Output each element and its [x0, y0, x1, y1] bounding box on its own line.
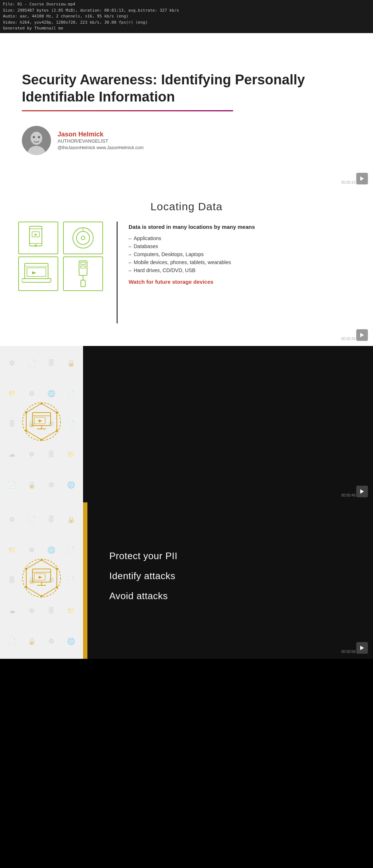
slide-title-timestamp: 00:00:16	[341, 180, 356, 184]
slide-locating-play-button[interactable]	[356, 329, 368, 341]
file-info-line5: Generated by Thumbnail me	[3, 25, 370, 32]
svg-point-51	[25, 586, 27, 588]
play-icon	[360, 489, 364, 494]
svg-point-52	[25, 568, 27, 570]
svg-marker-10	[35, 234, 38, 236]
author-avatar	[22, 126, 51, 155]
file-info-line3: Audio: aac, 44100 Hz, 2 channels, s16, 9…	[3, 13, 370, 20]
slide-dark-text-timestamp: 00:00:58	[341, 650, 356, 654]
locating-text-col: Data is stored in many locations by many…	[129, 222, 355, 285]
dark-bg-right	[83, 346, 373, 502]
svg-point-4	[38, 136, 40, 138]
bullet-item-1: Applications	[129, 234, 355, 242]
svg-point-38	[25, 411, 27, 414]
bullet-item-2: Databases	[129, 242, 355, 250]
author-info: Jason Helmick AUTHOR/EVANGELIST @theJaso…	[58, 131, 144, 150]
svg-marker-40	[26, 560, 57, 596]
svg-point-49	[56, 586, 58, 588]
author-role: AUTHOR/EVANGELIST	[58, 138, 144, 144]
accent-bar	[83, 502, 87, 659]
svg-rect-24	[81, 280, 85, 287]
locating-bullets: Applications Databases Computers, Deskto…	[129, 234, 355, 274]
svg-point-12	[76, 231, 90, 244]
watch-text: Watch for future storage devices	[129, 279, 355, 285]
svg-point-1	[31, 132, 42, 145]
author-row: Jason Helmick AUTHOR/EVANGELIST @theJaso…	[22, 126, 351, 155]
file-info-bar: File: 01 - Course Overview.mp4 Size: 298…	[0, 0, 373, 33]
play-icon	[360, 333, 364, 337]
laptop-icon-box	[18, 256, 58, 291]
dark-bg-left: ⚙ 📄 🗄 🔒 📁 ⚙ 🌐 📄 🗄 🔒 ⚙ 📄 ☁ ⚙ 🗄 📁 📄 🔒 ⚙ 🌐	[0, 346, 83, 502]
center-hex-icon	[20, 400, 63, 449]
locating-content: Data is stored in many locations by many…	[18, 222, 355, 323]
svg-rect-21	[81, 262, 86, 264]
slide-dark-bg-panel: ⚙ 📄 🗄 🔒 📁 ⚙ 🌐 📄 🗄 🔒 ⚙ 📄 ☁ ⚙ 🗄 📁 📄 🔒 ⚙ 🌐	[0, 346, 373, 502]
svg-point-47	[40, 559, 43, 561]
bullet-item-5: Hard drives, CD/DVD, USB	[129, 266, 355, 274]
author-social: @theJasonHelmick www.JasonHelmick.com	[58, 145, 144, 150]
svg-point-33	[40, 402, 43, 405]
locating-heading: Locating Data	[18, 200, 355, 213]
dark-text-left: ⚙ 📄 🗄 🔒 📁 ⚙ 🌐 📄 🗄 🔒 ⚙ 📄 ☁ ⚙ 🗄 📁 📄 🔒 ⚙ 🌐	[0, 502, 83, 659]
file-info-line2: Size: 2985487 bytes (2.85 MiB), duration…	[3, 8, 370, 14]
file-info-line1: File: 01 - Course Overview.mp4	[3, 1, 370, 8]
svg-point-39	[23, 559, 60, 597]
slide-title-panel: Security Awareness: Identifying Personal…	[0, 33, 373, 190]
play-icon	[360, 176, 364, 181]
author-name: Jason Helmick	[58, 131, 144, 138]
bullet-item-4: Mobile devices, phones, tablets, wearabl…	[129, 258, 355, 266]
center-hex-icon-2	[20, 556, 63, 605]
svg-point-37	[25, 430, 27, 432]
file-info-line4: Video: h264, yuv420p, 1280x720, 223 kb/s…	[3, 20, 370, 26]
dark-text-item-2: Identify attacks	[109, 570, 351, 582]
harddrive-icon-box	[63, 222, 103, 254]
mobile-icon-box	[18, 222, 58, 254]
svg-rect-17	[27, 268, 46, 276]
slide-title-play-button[interactable]	[356, 173, 368, 184]
locating-bold-heading: Data is stored in many locations by many…	[129, 223, 355, 231]
svg-point-25	[23, 403, 60, 441]
svg-point-3	[33, 136, 35, 138]
svg-point-34	[56, 411, 58, 414]
icon-grid	[18, 222, 106, 291]
svg-rect-22	[81, 266, 86, 268]
title-divider	[22, 110, 233, 111]
svg-point-48	[56, 568, 58, 570]
slide-dark-text-play-button[interactable]	[356, 642, 368, 654]
svg-rect-5	[30, 226, 42, 246]
slide-locating-timestamp: 00:00:30	[341, 337, 356, 341]
dark-text-item-1: Protect your PII	[109, 550, 351, 562]
svg-point-50	[40, 595, 43, 597]
svg-marker-32	[39, 419, 42, 422]
svg-point-13	[81, 236, 85, 240]
slide-dark-bg-timestamp: 00:00:46	[341, 493, 356, 497]
play-icon	[360, 646, 364, 650]
svg-point-35	[56, 430, 58, 432]
svg-marker-26	[26, 403, 57, 440]
svg-marker-46	[39, 576, 42, 579]
content-divider	[117, 222, 118, 323]
slide-main-title: Security Awareness: Identifying Personal…	[22, 71, 351, 106]
slide-dark-text-panel: ⚙ 📄 🗄 🔒 📁 ⚙ 🌐 📄 🗄 🔒 ⚙ 📄 ☁ ⚙ 🗄 📁 📄 🔒 ⚙ 🌐	[0, 502, 373, 659]
bullet-item-3: Computers, Desktops, Laptops	[129, 250, 355, 258]
usb-icon-box	[63, 256, 103, 291]
slide-locating-panel: Locating Data	[0, 190, 373, 346]
slide-dark-bg-play-button[interactable]	[356, 486, 368, 497]
dark-text-right: Protect your PII Identify attacks Avoid …	[87, 502, 373, 659]
locating-icons-col	[18, 222, 106, 291]
svg-point-36	[40, 439, 43, 441]
dark-text-item-3: Avoid attacks	[109, 590, 351, 602]
svg-marker-18	[32, 271, 36, 274]
